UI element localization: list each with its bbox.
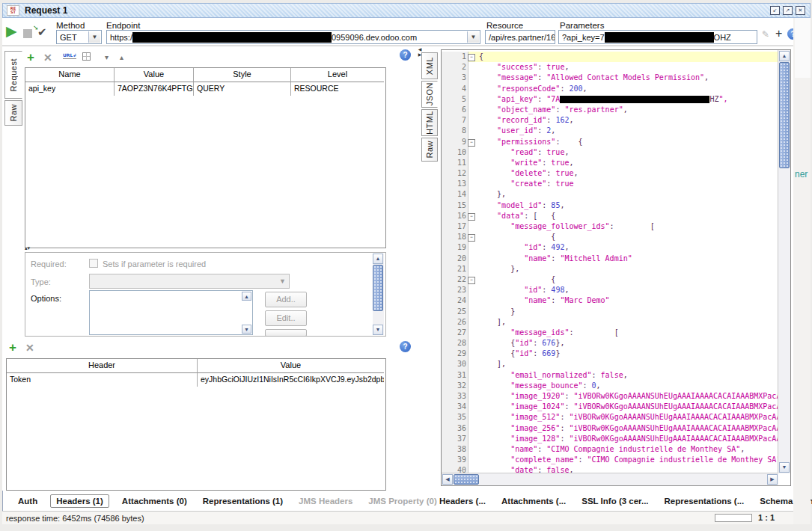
response-tab-0[interactable]: Headers (... — [436, 495, 489, 507]
parameters-input[interactable]: ?api_key=7OHZ — [558, 30, 757, 44]
scrollbar-thumb[interactable] — [454, 474, 479, 485]
line-number: 7 — [442, 115, 468, 126]
delete-header-button[interactable]: ✕ — [25, 343, 34, 353]
remove-option-button[interactable] — [265, 329, 307, 337]
maximize-window-icon[interactable]: ↗ — [783, 6, 793, 15]
options-listbox[interactable]: ▲ ▼ — [89, 290, 253, 335]
splitter-arrows-icon[interactable]: ▴▾ — [25, 245, 30, 251]
close-window-icon[interactable]: ✕ — [796, 6, 805, 15]
edit-option-button[interactable]: Edit.. — [265, 310, 307, 326]
line-number: 4 — [442, 84, 468, 94]
response-tab-2[interactable]: SSL Info (3 cer... — [579, 495, 651, 507]
table-row[interactable]: api_key7AOPZ3N76K4PFTG30...QUERYRESOURCE — [25, 82, 385, 96]
fold-collapse-icon[interactable]: − — [468, 213, 475, 221]
scroll-right-icon[interactable]: ▶ — [767, 474, 778, 485]
add-header-button[interactable]: + — [9, 341, 16, 354]
parse-url-icon[interactable]: URL↲ — [63, 53, 76, 59]
add-request-icon[interactable]: + — [775, 27, 782, 40]
tab-xml[interactable]: XML — [421, 52, 438, 79]
minimize-window-icon[interactable]: ↙ — [770, 6, 780, 15]
endpoint-input[interactable]: https:/0959096.dev.odoo.com ▼ — [106, 30, 480, 44]
desktop: RE ST Request 1 ↙ ↗ ✕ ▶ ✔ Method GET ▼ E… — [0, 0, 812, 531]
help-icon[interactable]: ? — [400, 341, 411, 352]
response-horizontal-scrollbar[interactable]: ◀ ▶ — [442, 473, 778, 485]
column-header: Value — [115, 68, 194, 82]
json-line: 17 "message_follower_ids": [ — [442, 221, 778, 232]
json-line: 30 ], — [442, 359, 778, 369]
parameter-table[interactable]: NameValueStyleLevelapi_key7AOPZ3N76K4PFT… — [25, 67, 386, 248]
status-bar: response time: 6452ms (74586 bytes) 1 : … — [2, 511, 793, 524]
progress-box — [715, 514, 752, 522]
json-line: 12 "delete": true, — [442, 168, 778, 179]
tab-raw-response[interactable]: Raw — [421, 138, 438, 162]
json-code: "message_ids": [ — [468, 328, 778, 338]
fold-collapse-icon[interactable]: − — [468, 234, 475, 242]
scrollbar-thumb[interactable] — [779, 62, 790, 168]
table-header-row: NameValueStyleLevel — [25, 68, 385, 82]
response-tab-3[interactable]: Representations (... — [662, 495, 748, 507]
endpoint-suffix: 0959096.dev.odoo.com — [332, 33, 417, 42]
response-vertical-scrollbar[interactable]: ▲ ▼ — [778, 50, 790, 473]
table-row[interactable]: TokeneyJhbGciOiJIUzI1NiIsInR5cCI6IkpXVCJ… — [7, 373, 385, 387]
request-tab-1[interactable]: Headers (1) — [50, 494, 109, 508]
chevron-down-icon[interactable]: ▾ — [105, 54, 109, 61]
chevron-down-icon[interactable]: ▼ — [467, 31, 479, 43]
scroll-up-icon[interactable]: ▲ — [779, 51, 790, 61]
run-request-button[interactable]: ▶ — [6, 24, 17, 38]
window-titlebar[interactable]: RE ST Request 1 ↙ ↗ ✕ — [2, 3, 811, 18]
scrollbar-thumb[interactable] — [373, 265, 383, 311]
line-number: 37 — [442, 434, 468, 444]
scroll-left-icon[interactable]: ◀ — [442, 474, 453, 485]
required-checkbox-text: Sets if parameter is required — [103, 260, 206, 268]
scroll-down-icon[interactable]: ▼ — [779, 462, 790, 473]
response-body-viewer[interactable]: 1−{2 "success": true,3 "message": "Allow… — [441, 49, 791, 486]
response-tab-1[interactable]: Attachments (... — [498, 495, 569, 507]
method-select[interactable]: GET ▼ — [56, 30, 102, 44]
grid-select-icon[interactable] — [82, 52, 91, 61]
delete-parameter-button[interactable]: ✕ — [43, 52, 52, 63]
background-text-fragment: ner — [795, 169, 808, 179]
parameters-suffix: OHZ — [714, 33, 731, 42]
json-code: "image_1920": "iVBORw0KGgoAAAANSUhEUgAAA… — [468, 391, 778, 402]
scroll-up-icon[interactable]: ▲ — [242, 292, 251, 301]
fold-collapse-icon[interactable]: − — [468, 54, 475, 61]
tab-html[interactable]: HTML — [421, 109, 438, 136]
chevron-up-icon[interactable]: ▴ — [120, 54, 123, 61]
chevron-down-icon[interactable]: ▼ — [88, 31, 100, 43]
resource-input[interactable]: /api/res.partner/162 — [485, 30, 555, 44]
scroll-up-icon[interactable]: ▲ — [373, 254, 383, 264]
json-redaction-bar — [560, 96, 709, 103]
line-number: 36 — [442, 423, 468, 434]
fold-collapse-icon[interactable]: − — [468, 277, 475, 284]
add-option-button[interactable]: Add.. — [265, 292, 307, 307]
request-tab-0[interactable]: Auth — [15, 495, 40, 507]
request-tab-3[interactable]: Representations (1) — [200, 495, 286, 507]
column-header: Style — [194, 68, 291, 82]
line-number: 16− — [442, 211, 468, 221]
add-parameter-button[interactable]: + — [27, 51, 34, 64]
request-tab-2[interactable]: Attachments (0) — [119, 495, 190, 507]
tab-request[interactable]: Request — [4, 51, 22, 99]
fold-collapse-icon[interactable]: − — [468, 139, 475, 147]
json-code: } — [468, 307, 778, 317]
line-number: 25 — [442, 307, 468, 317]
parameters-label: Parameters — [560, 21, 604, 30]
json-code: ], — [468, 359, 778, 369]
json-line: 18− { — [442, 232, 778, 242]
tab-raw-request[interactable]: Raw — [4, 100, 22, 126]
scroll-down-icon[interactable]: ▼ — [373, 325, 383, 335]
line-number: 30 — [442, 359, 468, 369]
help-icon[interactable]: ? — [400, 49, 411, 61]
json-line: 3 "message": "Allowed Contact Models Per… — [442, 73, 778, 83]
options-label: Options: — [31, 294, 61, 303]
line-number: 23 — [442, 285, 468, 295]
line-number: 28 — [442, 338, 468, 349]
headers-table[interactable]: HeaderValueTokeneyJhbGciOiJIUzI1NiIsInR5… — [6, 358, 386, 491]
detail-scrollbar[interactable]: ▲ ▼ — [373, 254, 384, 335]
tab-json[interactable]: JSON — [421, 81, 438, 108]
json-code: "id": 498, — [468, 285, 778, 295]
json-line: 20 "name": "Mitchell Admin" — [442, 254, 778, 264]
run-check-icon[interactable]: ✔ — [37, 26, 47, 37]
json-line: 16− "data": [ { — [442, 211, 778, 221]
scroll-down-icon[interactable]: ▼ — [242, 325, 251, 334]
